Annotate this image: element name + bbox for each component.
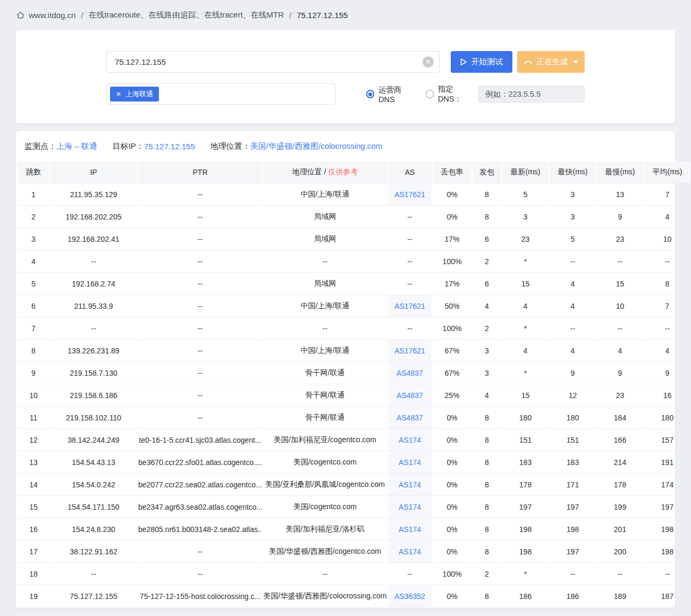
table-row: 14154.54.0.242be2077.ccr22.sea02.atlas.c…: [18, 474, 690, 496]
cell-geo: 美国/cogentco.com: [263, 451, 387, 474]
target-ip-label: 目标IP：: [113, 141, 144, 151]
cell-slowest: --: [597, 563, 643, 585]
cell-hop: 8: [18, 340, 49, 362]
cell-slowest: 199: [597, 496, 643, 518]
custom-dns-input[interactable]: [478, 86, 585, 103]
cell-geo: --: [263, 317, 387, 340]
cell-avg: 157: [644, 429, 690, 451]
as-link[interactable]: AS17621: [394, 190, 425, 199]
target-input-wrap: ✕: [106, 51, 440, 73]
as-link[interactable]: AS4837: [397, 414, 423, 422]
cell-loss: 67%: [433, 362, 471, 384]
cell-ip: 154.54.171.150: [50, 496, 137, 518]
table-row: 7--------100%2*------: [18, 317, 690, 340]
cell-geo: 美国/亚利桑那/凤凰城/cogentco.com: [263, 474, 387, 496]
radio-selected-icon: [366, 90, 374, 98]
breadcrumb-site[interactable]: www.itdog.cn: [29, 11, 75, 20]
as-link[interactable]: AS174: [399, 458, 421, 467]
cell-sent: 2: [473, 563, 501, 585]
as-link[interactable]: AS174: [399, 503, 421, 511]
cell-slowest: 4: [597, 340, 643, 362]
tag-close-icon[interactable]: ✕: [116, 91, 121, 97]
cell-as: --: [388, 206, 432, 228]
cell-avg: 7: [644, 183, 690, 206]
cell-sent: 8: [473, 541, 501, 563]
table-header-row: 跳数 IP PTR 地理位置 / 仅供参考 AS 丢包率 发包 最新(ms) 最…: [18, 162, 690, 183]
cell-hop: 7: [18, 317, 49, 340]
as-link[interactable]: AS4837: [397, 369, 423, 377]
cell-geo: 美国/华盛顿/西雅图/colocrossing.com: [263, 585, 387, 607]
header-loss: 丢包率: [433, 162, 471, 183]
radio-isp-dns[interactable]: 运营商DNS: [366, 85, 414, 104]
cell-fastest: 4: [550, 273, 596, 295]
cell-as: AS4837: [388, 407, 432, 429]
cell-ip: 211.95.35.129: [50, 183, 137, 206]
controls-card: ✕ 开始测试 正在生成 ✕ 上海联通: [16, 30, 675, 123]
as-link[interactable]: AS174: [399, 436, 421, 444]
generating-label: 正在生成: [536, 57, 568, 67]
table-row: 1738.122.91.162--美国/华盛顿/西雅图/cogentco.com…: [18, 541, 690, 563]
cell-avg: 198: [644, 518, 690, 541]
cell-ptr: --: [138, 362, 262, 384]
cell-as: AS174: [388, 518, 432, 541]
cell-as: --: [388, 563, 432, 585]
as-link[interactable]: AS174: [399, 547, 421, 556]
cell-latest: *: [502, 362, 549, 384]
cell-ip: 219.158.6.186: [50, 384, 137, 407]
cell-hop: 15: [18, 496, 49, 518]
cell-latest: 151: [502, 429, 549, 451]
cell-ptr: be3670.ccr22.sfo01.atlas.cogentco....: [138, 451, 262, 474]
cell-fastest: 3: [550, 183, 596, 206]
radio-custom-dns[interactable]: 指定DNS：: [426, 84, 474, 104]
as-link[interactable]: AS17621: [394, 302, 425, 310]
as-link[interactable]: AS17621: [394, 347, 425, 355]
cell-ip: 154.54.0.242: [50, 474, 137, 496]
cell-sent: 8: [473, 407, 501, 429]
header-fastest: 最快(ms): [550, 162, 596, 183]
cell-sent: 8: [473, 451, 501, 474]
cell-geo: 美国/加利福尼亚/cogentco.com: [263, 429, 387, 451]
controls-row-options: ✕ 上海联通 运营商DNS 指定DNS：: [106, 83, 585, 105]
target-input[interactable]: [106, 51, 440, 73]
table-row: 2192.168.202.205--局域网--0%83394: [18, 206, 690, 228]
cell-latest: 198: [502, 518, 549, 541]
monitor-point-value[interactable]: 上海 – 联通: [56, 141, 97, 151]
cell-ip: --: [50, 250, 137, 273]
as-link[interactable]: AS36352: [394, 592, 425, 601]
cell-as: --: [388, 317, 432, 340]
node-select-box[interactable]: ✕ 上海联通: [106, 83, 335, 105]
as-link[interactable]: AS174: [399, 480, 421, 489]
cell-latest: *: [502, 563, 549, 585]
cell-hop: 3: [18, 228, 49, 250]
geo-location-value[interactable]: 美国/华盛顿/西雅图/colocrossing.com: [250, 141, 382, 151]
cell-latest: 186: [502, 585, 549, 607]
cell-avg: --: [644, 317, 690, 340]
header-ip: IP: [50, 162, 137, 183]
cell-slowest: 166: [597, 429, 643, 451]
cell-ptr: --: [138, 317, 262, 340]
as-link[interactable]: AS174: [399, 525, 421, 534]
target-ip: 目标IP： 75.127.12.155: [113, 141, 195, 151]
breadcrumb-target-ip: 75.127.12.155: [297, 11, 348, 20]
cell-sent: 4: [473, 384, 501, 407]
controls-row-main: ✕ 开始测试 正在生成: [106, 51, 585, 73]
cell-loss: 100%: [433, 250, 471, 273]
start-test-button[interactable]: 开始测试: [451, 51, 512, 73]
as-link[interactable]: AS4837: [397, 391, 423, 400]
target-ip-value[interactable]: 75.127.12.155: [144, 142, 195, 151]
cell-geo: --: [263, 563, 387, 585]
cell-avg: 191: [644, 451, 690, 474]
breadcrumb-separator: /: [81, 11, 83, 20]
cell-geo: 骨干网/联通: [263, 384, 387, 407]
cell-ptr: --: [138, 250, 262, 273]
cell-fastest: 9: [550, 362, 596, 384]
cell-hop: 10: [18, 384, 49, 407]
cell-as: AS174: [388, 541, 432, 563]
cell-avg: --: [644, 250, 690, 273]
page: www.itdog.cn / 在线traceroute、在线路由追踪、在线tra…: [0, 0, 691, 616]
cell-ptr: --: [138, 295, 262, 317]
breadcrumb-page[interactable]: 在线traceroute、在线路由追踪、在线tracert、在线MTR: [89, 10, 284, 20]
generating-button[interactable]: 正在生成: [517, 51, 585, 73]
cell-fastest: 180: [550, 407, 596, 429]
cell-as: --: [388, 250, 432, 273]
